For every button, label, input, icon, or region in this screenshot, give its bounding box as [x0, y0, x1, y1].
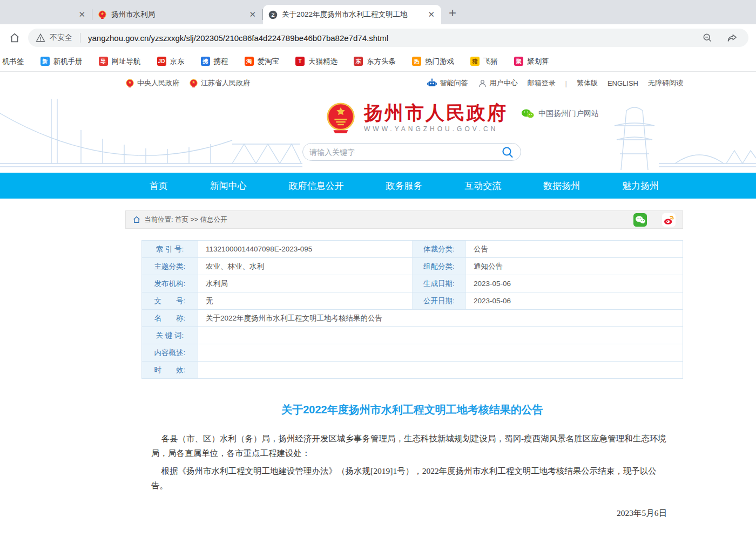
- nav-item[interactable]: 首页: [150, 180, 168, 192]
- nav-item[interactable]: 政府信息公开: [289, 180, 344, 192]
- bookmark-item[interactable]: 聚聚划算: [514, 57, 549, 66]
- utility-link-0[interactable]: 智能问答: [427, 78, 468, 88]
- utility-bar: 中央人民政府江苏省人民政府 智能问答用户中心邮箱登录|繁体版ENGLISH无障碍…: [0, 72, 756, 94]
- bookmark-favicon-icon: 猪: [470, 57, 480, 66]
- utility-link-1[interactable]: 用户中心: [478, 78, 518, 88]
- breadcrumb-home-icon[interactable]: [133, 216, 140, 223]
- new-tab-button[interactable]: +: [449, 5, 456, 21]
- gov-portal-label: 江苏省人民政府: [201, 78, 250, 88]
- page: ✕ 扬州市水利局 ✕ Z 关于2022年度扬州市水利工程文明工地 ✕ +: [0, 0, 756, 538]
- article-date: 2023年5月6日: [141, 508, 683, 519]
- tab-title: 关于2022年度扬州市水利工程文明工地: [282, 10, 422, 19]
- utility-link-english[interactable]: ENGLISH: [608, 79, 638, 87]
- bookmark-item[interactable]: 机书签: [2, 57, 24, 66]
- bookmark-item[interactable]: 导网址导航: [99, 57, 141, 66]
- portal-link[interactable]: 中国扬州门户网站: [521, 108, 599, 119]
- bookmark-label: 天猫精选: [308, 57, 338, 66]
- bookmark-item[interactable]: 猪飞猪: [470, 57, 498, 66]
- bookmark-item[interactable]: 携携程: [201, 57, 228, 66]
- article-paragraph: 各县（市、区）水利（务）局，扬州经济开发区城乡事务管理局，生态科技新城规划建设局…: [151, 431, 668, 460]
- tab-close-icon[interactable]: ✕: [77, 10, 86, 19]
- site-logo[interactable]: 扬州市人民政府 WWW.YANGZHOU.GOV.CN: [324, 101, 508, 134]
- bookmark-item[interactable]: 东东方头条: [354, 57, 396, 66]
- main-nav: 首页新闻中心政府信息公开政务服务互动交流数据扬州魅力扬州: [0, 173, 756, 199]
- omnibox[interactable]: 不安全 yangzhou.gov.cn/yzszxxgk/slj/202305/…: [28, 29, 748, 47]
- tab-close-icon[interactable]: ✕: [427, 10, 436, 19]
- utility-link-label: 邮箱登录: [528, 78, 556, 88]
- bookmark-item[interactable]: 淘爱淘宝: [245, 57, 280, 66]
- bookmark-favicon-icon: 东: [354, 57, 363, 66]
- home-icon: [9, 32, 21, 44]
- search-icon[interactable]: [501, 146, 514, 159]
- article-title: 关于2022年度扬州市水利工程文明工地考核结果的公告: [141, 403, 683, 417]
- gov-portal-link[interactable]: 江苏省人民政府: [189, 78, 250, 88]
- field-label: 主题分类:: [142, 258, 198, 275]
- bookmark-item[interactable]: 新新机手册: [40, 57, 83, 66]
- field-value: 水利局: [198, 275, 412, 292]
- field-label: 名 称:: [142, 310, 198, 326]
- tab-water-bureau[interactable]: 扬州市水利局 ✕: [92, 5, 262, 24]
- nav-item[interactable]: 政务服务: [386, 180, 422, 192]
- field-value: 无: [198, 292, 412, 309]
- field-value: 2023-05-06: [466, 292, 683, 309]
- home-button[interactable]: [8, 31, 22, 45]
- utility-link-label: 用户中心: [490, 78, 518, 88]
- search-box[interactable]: [302, 143, 521, 161]
- info-table-row: 关 键 词:: [142, 327, 683, 344]
- info-table-row: 主题分类:农业、林业、水利组配分类:通知公告: [142, 258, 683, 275]
- header-art-bridge-left: [0, 94, 302, 173]
- info-table-row: 发布机构:水利局生成日期:2023-05-06: [142, 275, 683, 292]
- bookmark-label: 聚划算: [527, 57, 549, 66]
- field-label: 组配分类:: [412, 258, 466, 275]
- person-icon: [478, 79, 487, 88]
- share-icon[interactable]: [727, 32, 738, 43]
- nav-item[interactable]: 魅力扬州: [622, 180, 659, 192]
- bookmark-item[interactable]: 热热门游戏: [412, 57, 454, 66]
- bookmark-label: 爱淘宝: [258, 57, 280, 66]
- browser-tab-strip: ✕ 扬州市水利局 ✕ Z 关于2022年度扬州市水利工程文明工地 ✕ +: [0, 0, 756, 24]
- nav-item[interactable]: 互动交流: [464, 180, 501, 192]
- zoom-out-icon[interactable]: [702, 32, 713, 43]
- bookmark-favicon-icon: JD: [157, 57, 166, 66]
- breadcrumb-text: 当前位置: 首页 >> 信息公开: [144, 215, 633, 224]
- utility-link-label: 繁体版: [577, 78, 598, 88]
- nav-item[interactable]: 数据扬州: [543, 180, 580, 192]
- tab-close-icon[interactable]: ✕: [248, 10, 257, 19]
- security-label[interactable]: 不安全: [50, 33, 72, 43]
- utility-link-2[interactable]: 邮箱登录: [528, 78, 556, 88]
- gov-emblem-icon: [125, 79, 134, 88]
- utility-right-links: 智能问答用户中心邮箱登录|繁体版ENGLISH无障碍阅读: [427, 78, 683, 88]
- browser-address-bar: 不安全 yangzhou.gov.cn/yzszxxgk/slj/202305/…: [0, 24, 756, 51]
- gov-portal-link[interactable]: 中央人民政府: [125, 78, 179, 88]
- field-label: 索 引 号:: [142, 241, 198, 257]
- wechat-share-icon[interactable]: [633, 213, 647, 227]
- field-value: [198, 362, 683, 378]
- field-value: [198, 344, 683, 361]
- bookmarks-bar: 机书签新新机手册导网址导航JD京东携携程淘爱淘宝T天猫精选东东方头条热热门游戏猪…: [0, 51, 756, 72]
- bookmark-label: 携程: [214, 57, 228, 66]
- bookmark-item[interactable]: T天猫精选: [295, 57, 338, 66]
- utility-link-label: ENGLISH: [608, 79, 638, 87]
- national-emblem-icon: [324, 101, 357, 134]
- nav-item[interactable]: 新闻中心: [210, 180, 247, 192]
- field-value: 通知公告: [466, 258, 683, 275]
- utility-link-6[interactable]: 无障碍阅读: [648, 78, 683, 88]
- svg-text:Z: Z: [271, 12, 274, 18]
- bookmark-item[interactable]: JD京东: [157, 57, 185, 66]
- bookmark-favicon-icon: 新: [40, 57, 50, 66]
- portal-label: 中国扬州门户网站: [538, 109, 599, 119]
- bookmark-label: 新机手册: [53, 57, 83, 66]
- bookmark-label: 机书签: [2, 57, 24, 66]
- tab-partial[interactable]: ✕: [0, 5, 92, 24]
- bookmark-label: 东方头条: [367, 57, 396, 66]
- info-table-row: 内容概述:: [142, 344, 683, 362]
- search-input[interactable]: [309, 148, 501, 156]
- utility-link-4[interactable]: 繁体版: [577, 78, 598, 88]
- url-text[interactable]: yangzhou.gov.cn/yzszxxgk/slj/202305/210c…: [88, 33, 698, 43]
- weibo-share-icon[interactable]: [662, 213, 676, 227]
- site-banner: 扬州市人民政府 WWW.YANGZHOU.GOV.CN 中国扬州门户网站: [0, 94, 756, 173]
- tab-title: 扬州市水利局: [111, 10, 244, 19]
- field-label: 发布机构:: [142, 275, 198, 292]
- tab-active-announcement[interactable]: Z 关于2022年度扬州市水利工程文明工地 ✕: [263, 5, 441, 24]
- field-label: 文 号:: [142, 292, 198, 309]
